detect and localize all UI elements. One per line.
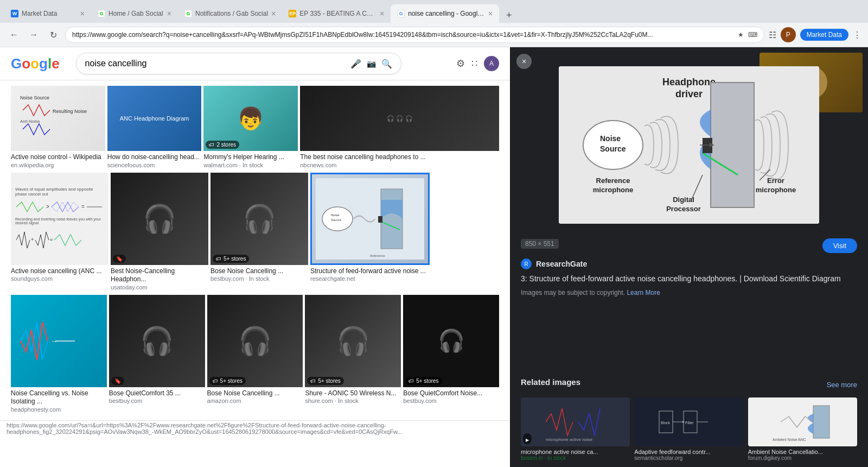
- result-bose-qc35-source: bestbuy.com: [109, 397, 205, 404]
- camera-icon[interactable]: 📷: [367, 59, 376, 68]
- see-more-link[interactable]: See more: [827, 381, 857, 389]
- browser-menu-icon[interactable]: ⋮: [853, 30, 861, 40]
- result-noise-vs[interactable]: → Noise Cancelling vs. Noise Isolating .…: [11, 295, 107, 413]
- results-area: Noise Source Resulting Noise Anti Noise …: [0, 80, 510, 420]
- tab-favicon-market: W: [11, 10, 18, 17]
- result-bose-qc-noise-badge: 🏷 5+ stores: [405, 377, 442, 385]
- profile-avatar[interactable]: P: [781, 27, 796, 42]
- bookmark-icon[interactable]: ★: [738, 31, 744, 39]
- extensions-icon[interactable]: ☷: [769, 30, 776, 40]
- settings-icon[interactable]: ⚙: [456, 58, 465, 70]
- results-row-2: Waves of equal amplitudes and opposite p…: [11, 173, 499, 291]
- tab-close-gab-home[interactable]: ×: [167, 9, 171, 18]
- result-shure[interactable]: 🎧 🏷 5+ stores Shure - AONIC 50 Wireless …: [305, 295, 401, 413]
- result-mommy-badge: 🏷 2 stores: [206, 141, 239, 149]
- tab-close-gab-notif[interactable]: ×: [271, 9, 276, 18]
- address-bar[interactable]: https://www.google.com/search?q=noise+ca…: [65, 27, 764, 43]
- tab-favicon-google: G: [397, 10, 405, 17]
- result-bestbuy[interactable]: 🎧 🏷 5+ stores Bose Noise Cancelling ... …: [210, 173, 308, 291]
- tab-close-market[interactable]: ×: [80, 9, 85, 18]
- search-text: noise cancelling: [85, 59, 345, 68]
- tab-google[interactable]: G noise cancelling - Google Search ×: [391, 4, 499, 23]
- result-usatoday[interactable]: 🎧 🔖 Best Noise-Cancelling Headphon... us…: [111, 173, 208, 291]
- result-usatoday-source: usatoday.com: [111, 284, 208, 291]
- tag-icon3: 🏷: [213, 378, 218, 384]
- close-detail-button[interactable]: ×: [516, 54, 532, 69]
- user-avatar[interactable]: A: [484, 56, 499, 71]
- result-bose-nc500-image: 🎧 🏷 5+ stores: [207, 295, 303, 387]
- tab-label-ep335: EP 335 - BEATING A CROWD CO...: [299, 10, 376, 17]
- svg-text:Reference: Reference: [370, 254, 385, 257]
- result-anc-wave[interactable]: Waves of equal amplitudes and opposite p…: [11, 173, 108, 291]
- result-bose-nc500-source: amazon.com: [207, 397, 303, 404]
- tab-market-data[interactable]: W Market Data ×: [4, 4, 91, 23]
- results-row-3: → Noise Cancelling vs. Noise Isolating .…: [11, 295, 499, 413]
- result-sciencefocus-image: ANC Headphone Diagram: [107, 86, 202, 151]
- diagram-ref-mic-label: Reference: [596, 176, 630, 185]
- microphone-icon[interactable]: 🎤: [350, 59, 361, 69]
- related-item-3[interactable]: Ambient Noise ANC Ambient Noise Cancella…: [748, 397, 857, 461]
- bookmark-badge: 🔖: [113, 255, 126, 263]
- reload-button[interactable]: ↻: [46, 27, 61, 42]
- result-bestbuy-image: 🎧 🏷 5+ stores: [210, 173, 308, 265]
- tag-icon: 🏷: [209, 142, 214, 148]
- diagram-headphone-label: Headphone: [662, 77, 716, 87]
- tab-gab-home[interactable]: G Home / Gab Social ×: [91, 4, 178, 23]
- result-bose-nc500[interactable]: 🎧 🏷 5+ stores Bose Noise Cancelling ... …: [207, 295, 303, 413]
- related-img-2: Block Filter: [634, 397, 743, 446]
- result-anc-caption: Active noise cancelling (ANC ...: [11, 267, 108, 276]
- related-item-1[interactable]: microphone active noise ▶ microphone act…: [521, 397, 630, 461]
- result-usatoday-image: 🎧 🔖: [111, 173, 208, 265]
- tab-gab-notif[interactable]: G Notifications / Gab Social ×: [178, 4, 282, 23]
- main-content: Google noise cancelling 🎤 📷 🔍 ⚙ ∷ A: [0, 47, 868, 467]
- tab-ep335[interactable]: EP EP 335 - BEATING A CROWD CO... ×: [282, 4, 391, 23]
- svg-rect-35: [813, 406, 829, 438]
- browser-chrome: W Market Data × G Home / Gab Social × G …: [0, 0, 868, 47]
- result-bose-qc-noise[interactable]: 🎧 🏷 5+ stores Bose QuietComfort Noise...…: [403, 295, 499, 413]
- source-icon-letter: R: [524, 261, 528, 267]
- related-item-2[interactable]: Block Filter Adaptive feedforward contr.…: [634, 397, 743, 461]
- tab-close-google[interactable]: ×: [488, 9, 493, 18]
- logo-e: e: [52, 55, 59, 72]
- google-search-box[interactable]: noise cancelling 🎤 📷 🔍: [76, 53, 401, 74]
- tab-label-market: Market Data: [22, 10, 77, 17]
- related-source-1: bosem.in · In stock: [521, 455, 630, 461]
- result-anc-source: soundguys.com: [11, 275, 108, 282]
- update-button[interactable]: Market Data: [800, 29, 848, 41]
- result-sciencefocus[interactable]: ANC Headphone Diagram How do noise-cance…: [107, 86, 202, 168]
- bookmark-badge2: 🔖: [111, 377, 124, 385]
- result-bose-nc500-badge: 🏷 5+ stores: [209, 377, 246, 385]
- result-mommy-caption: Mommy's Helper Hearing ...: [203, 153, 298, 162]
- result-mommy[interactable]: 👦 🏷 2 stores Mommy's Helper Hearing ... …: [203, 86, 298, 168]
- result-struct-caption: Structure of feed-forward active noise .…: [310, 267, 430, 276]
- svg-text:>: >: [46, 204, 49, 210]
- result-anc-wave-image: Waves of equal amplitudes and opposite p…: [11, 173, 108, 265]
- visit-button[interactable]: Visit: [822, 238, 857, 253]
- related-caption-3: Ambient Noise Cancellatio...: [748, 449, 857, 455]
- detail-copyright: Images may be subject to copyright. Lear…: [521, 289, 857, 296]
- tab-favicon-gab-notif: G: [184, 10, 192, 17]
- forward-button[interactable]: →: [26, 27, 41, 42]
- result-bose-qc35[interactable]: 🎧 🔖 Bose QuietComfort 35 ... bestbuy.com: [109, 295, 205, 413]
- result-nbc[interactable]: 🎧 🎧 🎧 The best noise cancelling headphon…: [300, 86, 499, 168]
- back-button[interactable]: ←: [7, 27, 22, 42]
- result-wiki-image: Noise Source Resulting Noise Anti Noise: [11, 86, 105, 151]
- detail-image-wrap: Headphone driver Noise Source: [510, 47, 868, 232]
- tab-close-ep335[interactable]: ×: [380, 9, 384, 18]
- new-tab-button[interactable]: +: [501, 8, 516, 23]
- tab-favicon-gab-home: G: [98, 10, 105, 17]
- svg-text:Source: Source: [600, 144, 626, 153]
- result-struct[interactable]: Noise Source Reference: [310, 173, 430, 291]
- learn-more-link[interactable]: Learn More: [627, 289, 660, 296]
- extension-icon[interactable]: ⌨: [748, 31, 757, 39]
- apps-icon[interactable]: ∷: [471, 58, 477, 70]
- result-wiki[interactable]: Noise Source Resulting Noise Anti Noise …: [11, 86, 105, 168]
- result-bestbuy-caption: Bose Noise Cancelling ...: [210, 267, 308, 276]
- result-shure-source: shure.com · In stock: [305, 397, 401, 404]
- svg-text:microphone: microphone: [756, 186, 796, 194]
- result-shure-badge: 🏷 5+ stores: [307, 377, 343, 385]
- search-icon[interactable]: 🔍: [381, 59, 392, 69]
- address-bar-icons: ★ ⌨: [738, 31, 757, 39]
- results-row-1: Noise Source Resulting Noise Anti Noise …: [11, 86, 499, 168]
- status-bar: https://www.google.com/url?sa=i&url=http…: [0, 420, 510, 436]
